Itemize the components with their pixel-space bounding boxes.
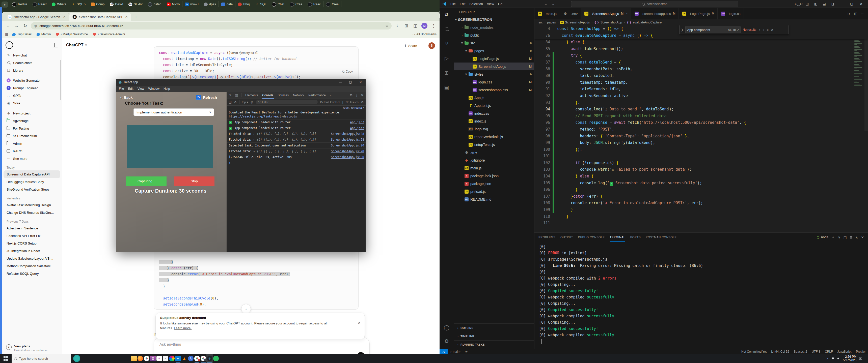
tree-row[interactable]: JSreportWebVitals.js	[454, 133, 534, 141]
sidebar-item-gpts[interactable]: ∷GPTs	[3, 92, 60, 99]
chat-composer[interactable]: Ask anything ＋ Tools	[154, 337, 370, 354]
device-toolbar-icon[interactable]: ▥	[235, 93, 238, 97]
breadcrumb[interactable]: src›pages›JSScreenshotApp.js›❴❵Screensho…	[534, 20, 868, 26]
maximize-panel-icon[interactable]: ∧	[856, 235, 858, 239]
code-editor[interactable]: 4const ScreenshotApp = () => {76 const e…	[534, 26, 868, 232]
sidebar-collapse-icon[interactable]	[53, 43, 58, 47]
sidebar-chat-item[interactable]: Adjective in Sentence	[3, 224, 60, 232]
find-collapse-icon[interactable]: ❯	[681, 28, 683, 32]
capturing-button[interactable]: Capturing...	[126, 176, 166, 186]
browser-tab[interactable]: ✿Screenshot Data Capture API✕	[69, 13, 131, 21]
sidebar-chat-item[interactable]: Next.js CORS Setup	[3, 239, 60, 247]
inspect-icon[interactable]: ⇱	[229, 93, 231, 97]
tree-row[interactable]: ∨styles	[454, 70, 534, 78]
sidebar-project-folder[interactable]: Admin	[3, 140, 60, 147]
taskbar-search[interactable]: Type here to search	[11, 354, 71, 363]
toggle-secondary-sidebar-icon[interactable]: ◨	[829, 2, 837, 6]
terminal-output[interactable]: [0][0] ERROR in [eslint][0] src\pages\Sc…	[534, 242, 868, 349]
explorer-actions-icon[interactable]: ⋯	[527, 10, 530, 13]
all-bookmarks[interactable]: ▱All Bookmarks	[412, 33, 436, 36]
sidebar-project-folder[interactable]: RARO	[3, 147, 60, 155]
start-button[interactable]	[0, 354, 11, 363]
panel-tab-ports[interactable]: PORTS	[630, 233, 641, 242]
close-button[interactable]: ✕	[857, 2, 866, 6]
taskbar-app-winrar[interactable]: ≣	[150, 354, 156, 363]
tray-expand-icon[interactable]: ∧	[826, 357, 829, 360]
pinned-tab[interactable]: Redire	[9, 1, 30, 7]
devtools-tab-console[interactable]: Console	[262, 92, 274, 99]
pinned-tab[interactable]: ⚡SQL	[252, 1, 269, 7]
stop-button[interactable]: Stop	[174, 176, 215, 186]
console-settings-icon[interactable]: ⚙	[361, 100, 364, 104]
remote-indicator[interactable]: ⤮	[439, 349, 447, 355]
tab-close-icon[interactable]: ✕	[62, 14, 67, 19]
address-bar[interactable]: ◎ chatgpt.com/c/68357764-c238-800f-bf46-…	[31, 22, 392, 30]
more-tabs-icon[interactable]: »	[330, 93, 331, 97]
sidebar-chat-item[interactable]: Change DNS Records SiteGro...	[3, 209, 60, 216]
eye-icon[interactable]: ◎	[251, 100, 253, 104]
sync-icon[interactable]: ⟳	[463, 350, 470, 354]
console-source-link[interactable]: App.js:7	[350, 126, 364, 130]
menu-view[interactable]: View	[137, 87, 144, 91]
customize-layout-icon[interactable]: ◫	[803, 2, 811, 6]
menu-go[interactable]: Go	[498, 2, 502, 6]
taskbar-app-chrome[interactable]	[143, 354, 150, 363]
find-toggle-ab[interactable]: ab	[733, 28, 736, 31]
console-row[interactable]: Selected task: Implement user authentica…	[227, 143, 366, 148]
devtools-tab-performance[interactable]: Performance	[308, 92, 326, 99]
notification-center-icon[interactable]	[859, 357, 863, 360]
tab-close-icon[interactable]: ×	[626, 12, 628, 15]
sidebar-chat-item[interactable]: Method Comparison Salesforc...	[3, 262, 60, 270]
clock[interactable]: 2:56 PM 5/27/2025	[843, 355, 857, 362]
menu-selection[interactable]: Selection	[469, 2, 483, 6]
view-plans[interactable]: ★ View plans Unlimited access and more	[2, 342, 62, 354]
devtools-tab-sources[interactable]: Sources	[277, 92, 289, 99]
taskbar-app-vscode[interactable]: ‹›	[175, 354, 181, 363]
taskbar-app-vlc[interactable]: ▲	[181, 354, 187, 363]
sidebar-item-search[interactable]: Search chats	[3, 59, 60, 67]
explorer-icon[interactable]: ⧉	[442, 10, 451, 19]
section-outline[interactable]: ›OUTLINE	[454, 324, 534, 332]
editor-tab[interactable]: JSLoginPage.jsM	[679, 8, 718, 20]
chrome-profile-avatar[interactable]: M	[422, 23, 428, 29]
section-running-tasks[interactable]: ›RUNNING TASKS	[454, 340, 534, 349]
tree-row[interactable]: ◆.gitignore	[454, 156, 534, 164]
pinned-tab[interactable]: dpas	[202, 1, 219, 7]
git-branch[interactable]: ⑂main*	[447, 350, 463, 354]
apps-grid-icon[interactable]: ▦	[5, 32, 8, 36]
breadcrumb-item[interactable]: ❴❵ScreenshotApp	[594, 21, 622, 24]
devtools-tab-elements[interactable]: Elements	[245, 92, 258, 99]
bookmark-item[interactable]: • Salesforce Admini...	[91, 33, 129, 36]
sidebar-item-library[interactable]: ❏Library	[3, 67, 60, 74]
tree-row[interactable]: SVGlogo.svg	[454, 125, 534, 133]
reload-icon[interactable]: ↻	[22, 23, 28, 29]
find-toggle-Aa[interactable]: Aa	[728, 28, 731, 31]
tree-row[interactable]: JSApp.js	[454, 94, 534, 102]
find-next-icon[interactable]: ↓	[763, 28, 765, 32]
minimize-button[interactable]: —	[335, 79, 345, 86]
account-icon[interactable]: ◯	[442, 323, 451, 331]
context-selector[interactable]: top ▾	[242, 100, 248, 104]
close-button[interactable]: ✕	[355, 79, 366, 86]
editor-tab[interactable]: cssscreenshotapp.cssM	[631, 8, 679, 20]
console-prompt[interactable]: ›	[227, 160, 366, 166]
taskbar-app-evernote[interactable]	[213, 354, 219, 363]
close-panel-icon[interactable]: ✕	[861, 235, 864, 239]
tree-row[interactable]: M↓README.md	[454, 195, 534, 203]
pinned-tab[interactable]: ⚡SQL 5	[69, 1, 88, 7]
refresh-button[interactable]: ↻Refresh	[196, 95, 217, 100]
tree-row[interactable]: JSScreenshotApp.jsM	[454, 63, 534, 70]
sidebar-project-folder[interactable]: Agvantage	[3, 117, 60, 125]
devtools-menu-icon[interactable]: ⋮	[355, 93, 358, 97]
bookmark-item[interactable]: Trip Detail	[10, 33, 34, 36]
react-app-titlebar[interactable]: React App — ▢ ✕	[116, 79, 366, 86]
log-levels-dropdown[interactable]: Default levels ▾	[320, 100, 340, 104]
taskbar-app-notepad[interactable]: ≡	[162, 354, 168, 363]
restore-button[interactable]: ▢	[847, 2, 856, 6]
copilot-icon[interactable]: ʘ‿ʘ	[795, 2, 802, 6]
tree-row[interactable]: ›node_modules	[454, 24, 534, 31]
extensions-icon[interactable]: ⊞	[403, 23, 409, 29]
tree-row[interactable]: JSindex.js	[454, 117, 534, 125]
voice-mode-button[interactable]	[357, 352, 365, 354]
menu-view[interactable]: View	[487, 2, 494, 6]
